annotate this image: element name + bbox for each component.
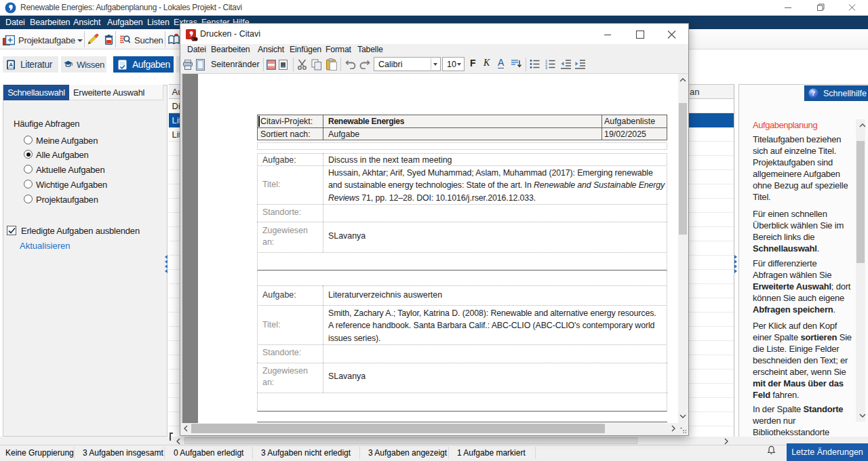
svg-text:?: ? (812, 89, 815, 97)
svg-text:3: 3 (545, 66, 547, 69)
svg-text:A: A (9, 61, 13, 67)
